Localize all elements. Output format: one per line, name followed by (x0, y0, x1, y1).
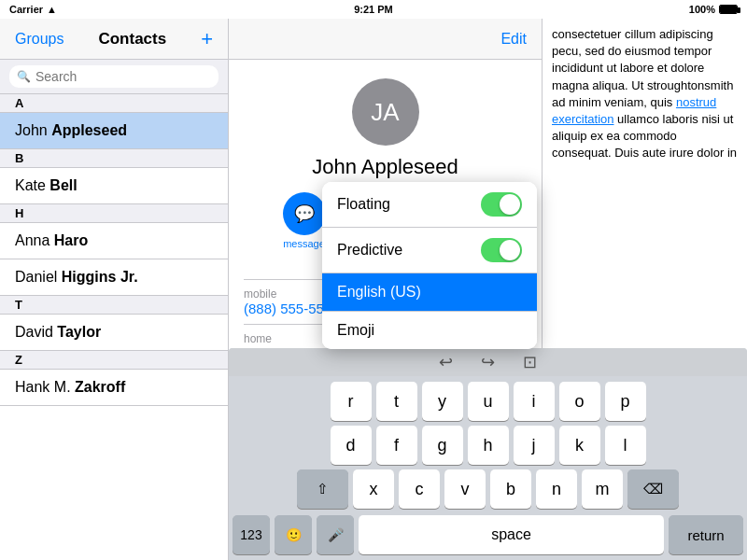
menu-item-floating[interactable]: Floating (322, 182, 537, 228)
message-action[interactable]: 💬 message (283, 192, 326, 249)
message-icon: 💬 (283, 192, 326, 235)
avatar: JA (352, 78, 419, 146)
return-key[interactable]: return (669, 515, 743, 554)
keyboard-row-3: ⇧ x c v b n m ⌫ (233, 469, 743, 509)
keyboard-main: r t y u i o p d f g h j k l ⇧ x c v b n … (229, 376, 747, 515)
contacts-title: Contacts (98, 30, 166, 49)
keyboard-row-1: r t y u i o p (233, 382, 743, 421)
section-header-t: T (0, 296, 228, 315)
emoji-label: Emoji (337, 322, 374, 339)
key-g[interactable]: g (422, 426, 463, 465)
search-input[interactable] (35, 69, 211, 84)
redo-button[interactable]: ↪ (481, 352, 495, 372)
edit-button[interactable]: Edit (500, 31, 527, 48)
predictive-label: Predictive (337, 242, 402, 259)
numbers-key[interactable]: 123 (233, 515, 270, 554)
key-o[interactable]: o (559, 382, 600, 421)
key-m[interactable]: m (582, 469, 623, 509)
menu-item-predictive[interactable]: Predictive (322, 228, 537, 273)
key-c[interactable]: c (399, 469, 440, 509)
undo-button[interactable]: ↩ (439, 352, 453, 372)
key-d[interactable]: d (331, 426, 372, 465)
emoji-key[interactable]: 🙂 (275, 515, 312, 554)
detail-header: Edit (229, 19, 542, 60)
space-key[interactable]: space (359, 515, 664, 554)
delete-key[interactable]: ⌫ (627, 469, 679, 509)
status-bar: Carrier ▲ 9:21 PM 100% (0, 0, 747, 19)
key-p[interactable]: p (605, 382, 646, 421)
key-v[interactable]: v (444, 469, 486, 509)
key-y[interactable]: y (422, 382, 463, 421)
search-input-wrap[interactable]: 🔍 (9, 65, 218, 88)
contacts-list: A John Appleseed B Kate Bell H Anna Haro… (0, 94, 228, 560)
battery-icon (719, 5, 738, 14)
contacts-panel: Groups Contacts + 🔍 A John Appleseed B K… (0, 19, 229, 560)
floating-label: Floating (337, 196, 390, 213)
key-u[interactable]: u (468, 382, 509, 421)
contact-fullname: John Appleseed (312, 155, 458, 179)
add-contact-button[interactable]: + (201, 29, 213, 49)
paste-button[interactable]: ⊡ (523, 352, 537, 372)
text-content[interactable]: consectetuer cillum adipiscing pecu, sed… (543, 19, 747, 170)
section-header-z: Z (0, 351, 228, 370)
contact-item-david-taylor[interactable]: David Taylor (0, 315, 228, 351)
contact-item-anna-haro[interactable]: Anna Haro (0, 223, 228, 259)
search-bar: 🔍 (0, 60, 228, 94)
contact-item-hank-zakroff[interactable]: Hank M. Zakroff (0, 370, 228, 406)
nostrud-link[interactable]: nostrud exercitation (552, 95, 716, 126)
contact-item-john-appleseed[interactable]: John Appleseed (0, 113, 228, 149)
predictive-toggle[interactable] (481, 238, 522, 262)
predictive-toggle-knob (500, 240, 520, 260)
carrier-label: Carrier (9, 4, 43, 15)
keyboard-undo-row: ↩ ↪ ⊡ (229, 348, 747, 376)
context-menu: Floating Predictive English (US) Emoji (322, 182, 537, 349)
time-label: 9:21 PM (354, 4, 393, 15)
wifi-icon: ▲ (47, 4, 57, 15)
key-r[interactable]: r (331, 382, 372, 421)
key-i[interactable]: i (514, 382, 555, 421)
key-b[interactable]: b (490, 469, 531, 509)
battery-label: 100% (689, 4, 715, 15)
menu-item-emoji[interactable]: Emoji (322, 312, 537, 349)
key-l[interactable]: l (605, 426, 646, 465)
key-x[interactable]: x (353, 469, 394, 509)
key-n[interactable]: n (536, 469, 577, 509)
key-h[interactable]: h (468, 426, 509, 465)
keyboard-bottom-row: 123 🙂 🎤 space return (229, 515, 747, 560)
section-header-b: B (0, 149, 228, 168)
shift-key[interactable]: ⇧ (297, 469, 348, 509)
key-j[interactable]: j (514, 426, 555, 465)
groups-button[interactable]: Groups (15, 31, 63, 48)
key-k[interactable]: k (559, 426, 600, 465)
floating-toggle[interactable] (481, 192, 522, 217)
search-icon: 🔍 (17, 70, 31, 83)
key-f[interactable]: f (376, 426, 417, 465)
contacts-header: Groups Contacts + (0, 19, 228, 60)
keyboard-overlay: ↩ ↪ ⊡ r t y u i o p d f g h j k l ⇧ x c (229, 348, 747, 560)
message-label: message (283, 238, 325, 249)
key-t[interactable]: t (376, 382, 417, 421)
section-header-h: H (0, 204, 228, 223)
contact-item-daniel-higgins[interactable]: Daniel Higgins Jr. (0, 259, 228, 296)
floating-toggle-knob (500, 194, 520, 215)
section-header-a: A (0, 94, 228, 113)
menu-item-english-us[interactable]: English (US) (322, 273, 537, 312)
contact-item-kate-bell[interactable]: Kate Bell (0, 168, 228, 204)
mic-key[interactable]: 🎤 (317, 515, 354, 554)
english-us-label: English (US) (337, 284, 421, 301)
keyboard-row-2: d f g h j k l (233, 426, 743, 465)
